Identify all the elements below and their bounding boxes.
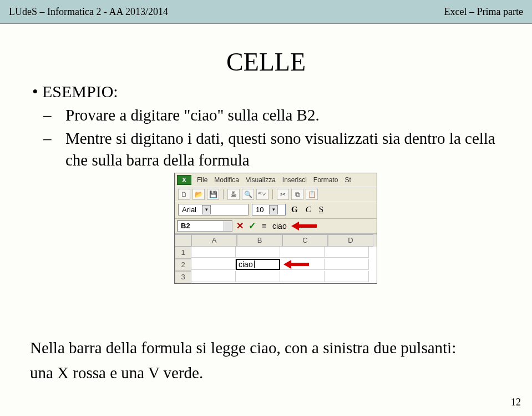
footer-paragraph: Nella barra della formula si legge ciao,…	[30, 334, 502, 387]
italic-button[interactable]: C	[303, 205, 313, 214]
cell-c1[interactable]	[280, 247, 325, 258]
font-name-combo[interactable]: Arial ▾	[178, 204, 249, 215]
menu-visualizza[interactable]: Visualizza	[244, 176, 278, 184]
cell-a3[interactable]	[191, 271, 236, 282]
row-header-1[interactable]: 1	[175, 247, 191, 259]
col-header-d[interactable]: D	[328, 234, 373, 247]
cell-b1[interactable]	[236, 247, 280, 258]
cell-a2[interactable]	[191, 259, 236, 270]
chevron-down-icon[interactable]: ▾	[269, 205, 278, 214]
menu-formato[interactable]: Formato	[311, 176, 341, 184]
cell-d1[interactable]	[325, 247, 369, 258]
print-icon[interactable]: 🖶	[227, 189, 240, 200]
font-name-value: Arial	[182, 206, 196, 214]
cell-c3[interactable]	[280, 271, 325, 282]
menu-strumenti[interactable]: St	[343, 176, 353, 184]
bullet-l1-text: ESEMPIO:	[42, 82, 118, 101]
cell-c2[interactable]	[280, 259, 325, 270]
cell-d3[interactable]	[325, 271, 369, 282]
chevron-down-icon[interactable]: ▾	[202, 205, 211, 214]
bullet-level-2: –Provare a digitare "ciao" sulla cella B…	[54, 104, 502, 126]
cut-icon[interactable]: ✂	[277, 189, 289, 200]
name-box[interactable]: B2	[177, 220, 232, 232]
bullet-l2b-text: Mentre si digitano i dati, questi sono v…	[65, 129, 495, 168]
underline-button[interactable]: S	[317, 205, 326, 214]
cancel-x-button[interactable]: ✕	[235, 221, 245, 231]
excel-formula-bar: B2 ✕ ✓ = ciao	[175, 218, 377, 234]
paste-icon[interactable]: 📋	[306, 189, 318, 200]
row-header-2[interactable]: 2	[175, 259, 191, 271]
page-header: LUdeS – Informatica 2 - AA 2013/2014 Exc…	[0, 0, 532, 24]
excel-toolbar-formatting: Arial ▾ 10 ▾ G C S	[175, 202, 377, 218]
header-right: Excel – Prima parte	[444, 6, 523, 18]
slide-title: CELLE	[30, 47, 502, 77]
menu-inserisci[interactable]: Inserisci	[280, 176, 309, 184]
preview-icon[interactable]: 🔍	[242, 189, 254, 200]
excel-app-icon: X	[177, 175, 191, 185]
page-number: 12	[511, 397, 521, 408]
svg-marker-1	[283, 260, 309, 269]
font-size-combo[interactable]: 10 ▾	[252, 204, 286, 215]
select-all-corner[interactable]	[175, 234, 191, 247]
new-file-icon[interactable]: 🗋	[178, 189, 190, 200]
header-left: LUdeS – Informatica 2 - AA 2013/2014	[9, 6, 168, 18]
cell-a1[interactable]	[191, 247, 236, 258]
excel-grid: A B C D 1 2 ciao	[175, 234, 377, 283]
copy-icon[interactable]: ⧉	[291, 189, 303, 200]
excel-toolbar-standard: 🗋 📂 💾 🖶 🔍 ᴬᴮ✓ ✂ ⧉ 📋	[175, 187, 377, 202]
svg-marker-0	[291, 222, 317, 230]
cell-b3[interactable]	[236, 271, 280, 282]
footer-line-1: Nella barra della formula si legge ciao,…	[30, 337, 502, 359]
excel-menubar: X File Modifica Visualizza Inserisci For…	[175, 173, 377, 187]
bullet-level-2: –Mentre si digitano i dati, questi sono …	[54, 128, 502, 171]
font-size-value: 10	[256, 206, 264, 214]
formula-text[interactable]: ciao	[272, 222, 287, 230]
col-header-a[interactable]: A	[191, 234, 237, 247]
bullet-l2a-text: Provare a digitare "ciao" sulla cella B2…	[65, 106, 320, 124]
bold-button[interactable]: G	[289, 205, 300, 214]
row-header-3[interactable]: 3	[175, 271, 191, 283]
equals-button[interactable]: =	[259, 221, 269, 231]
cell-d2[interactable]	[325, 259, 369, 270]
red-arrow-icon	[283, 260, 309, 269]
spellcheck-icon[interactable]: ᴬᴮ✓	[256, 189, 268, 200]
footer-line-2: una X rossa e una V verde.	[30, 362, 502, 384]
bullet-level-1: • ESEMPIO:	[32, 82, 502, 101]
enter-check-button[interactable]: ✓	[247, 221, 257, 231]
red-arrow-icon	[291, 222, 317, 230]
col-header-b[interactable]: B	[237, 234, 282, 247]
cell-b2-active[interactable]: ciao	[236, 259, 280, 270]
menu-file[interactable]: File	[195, 176, 210, 184]
excel-screenshot: X File Modifica Visualizza Inserisci For…	[174, 173, 377, 284]
save-icon[interactable]: 💾	[207, 189, 219, 200]
col-header-c[interactable]: C	[282, 234, 328, 247]
open-icon[interactable]: 📂	[192, 189, 205, 200]
menu-modifica[interactable]: Modifica	[212, 176, 241, 184]
cell-b2-value: ciao	[239, 260, 253, 269]
